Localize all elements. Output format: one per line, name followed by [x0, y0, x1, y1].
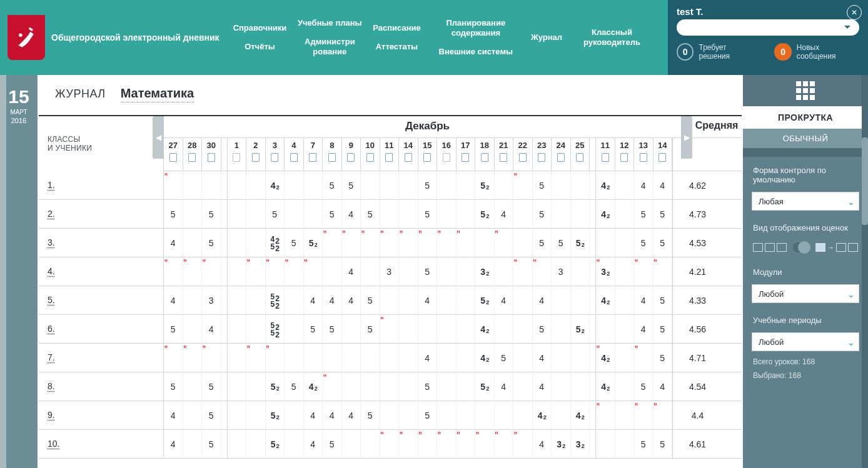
grade-cell[interactable] [571, 344, 590, 372]
grade-cell[interactable]: 52 [304, 229, 323, 257]
grade-cell[interactable]: 4 [634, 286, 654, 314]
grade-cell[interactable] [495, 257, 514, 286]
grade-cell[interactable]: 42 [533, 401, 552, 429]
grade-cell[interactable]: 4 [323, 286, 342, 314]
grade-cell[interactable]: 4 [342, 401, 361, 429]
student-name[interactable]: 5. [39, 286, 164, 314]
nav-certificates[interactable]: Аттестаты [376, 42, 418, 52]
grade-cell[interactable] [399, 171, 418, 199]
grade-cell[interactable]: 4 [495, 372, 514, 401]
grade-cell[interactable]: 4 [304, 430, 323, 458]
grade-cell[interactable]: н [399, 229, 418, 257]
grade-cell[interactable] [246, 200, 266, 228]
grade-cell[interactable] [513, 229, 533, 257]
grade-cell[interactable]: 5 [164, 315, 183, 343]
grade-cell[interactable] [246, 171, 266, 199]
grade-cell[interactable] [615, 315, 635, 343]
grade-cell[interactable]: н [437, 229, 457, 257]
grade-cell[interactable]: н [164, 171, 183, 199]
grade-cell[interactable] [457, 315, 476, 343]
grade-cell[interactable]: 5 [654, 286, 673, 314]
grade-cell[interactable] [228, 401, 247, 429]
grade-cell[interactable] [246, 401, 266, 429]
scroll-tab[interactable]: ПРОКРУТКА [743, 106, 868, 129]
grade-cell[interactable]: 5 [323, 430, 342, 458]
grade-cell[interactable]: 42 [596, 171, 615, 199]
nav-directories[interactable]: Справочники [233, 23, 287, 33]
grade-cell[interactable]: 4 [533, 372, 552, 401]
grade-cell[interactable] [437, 286, 457, 314]
grade-cell[interactable]: 5 [323, 200, 342, 228]
grade-cell[interactable] [285, 344, 304, 372]
day-column[interactable]: 14 [399, 138, 418, 171]
grade-cell[interactable]: 32 [475, 257, 495, 286]
grade-cell[interactable]: н [399, 430, 418, 458]
grade-cell[interactable] [228, 257, 247, 286]
grade-cell[interactable] [380, 372, 400, 401]
grade-cell[interactable]: 5 [654, 200, 673, 228]
grade-cell[interactable] [246, 229, 266, 257]
grade-cell[interactable] [183, 315, 203, 343]
student-name[interactable]: 7. [39, 344, 164, 372]
grade-cell[interactable] [228, 286, 247, 314]
panel-scroll-thumb[interactable] [862, 137, 868, 225]
grade-cell[interactable]: 32 [552, 430, 571, 458]
grade-cell[interactable]: 42 [596, 286, 615, 314]
grade-cell[interactable]: 4 [304, 286, 323, 314]
day-column[interactable]: 22 [513, 138, 533, 171]
grade-cell[interactable]: 4 [533, 430, 552, 458]
grade-cell[interactable]: н [495, 229, 514, 257]
grade-cell[interactable]: 5 [202, 430, 221, 458]
day-column[interactable]: 12 [615, 138, 635, 171]
badge-new-messages[interactable]: 0 Новых сообщения [774, 43, 859, 61]
page-scrollbar[interactable] [0, 75, 6, 468]
grade-cell[interactable]: 5 [418, 171, 438, 199]
grade-cell[interactable] [342, 344, 361, 372]
grade-cell[interactable] [457, 171, 476, 199]
grade-cell[interactable]: 4 [304, 401, 323, 429]
grade-cell[interactable]: н [495, 430, 514, 458]
grade-cell[interactable]: 52 [266, 401, 285, 429]
grade-cell[interactable]: 42 [475, 344, 495, 372]
day-column[interactable]: 17 [457, 138, 476, 171]
grade-cell[interactable] [342, 372, 361, 401]
grade-cell[interactable] [183, 372, 203, 401]
grade-cell[interactable] [475, 401, 495, 429]
grade-cell[interactable] [399, 401, 418, 429]
close-icon[interactable]: ✕ [847, 5, 862, 20]
grade-cell[interactable] [323, 257, 342, 286]
grade-cell[interactable]: 52 [266, 372, 285, 401]
grade-cell[interactable] [615, 286, 635, 314]
grade-cell[interactable] [399, 257, 418, 286]
day-column[interactable]: 9 [342, 138, 361, 171]
grade-cell[interactable] [552, 401, 571, 429]
grade-cell[interactable] [304, 171, 323, 199]
grade-cell[interactable] [513, 200, 533, 228]
grade-cell[interactable] [596, 430, 615, 458]
periods-select[interactable]: Любой⌄ [752, 332, 859, 351]
grade-cell[interactable]: 5 [654, 344, 673, 372]
grade-cell[interactable]: 42 [475, 315, 495, 343]
grade-cell[interactable] [615, 171, 635, 199]
day-column[interactable]: 10 [361, 138, 380, 171]
day-column[interactable]: 13 [634, 138, 654, 171]
grade-cell[interactable] [437, 200, 457, 228]
grade-cell[interactable]: 3 [380, 257, 400, 286]
day-column[interactable]: 24 [552, 138, 571, 171]
grade-cell[interactable]: 5 [323, 315, 342, 343]
grade-cell[interactable]: н [457, 430, 476, 458]
day-column[interactable]: 21 [495, 138, 514, 171]
grade-cell[interactable]: н [380, 315, 400, 343]
grade-cell[interactable]: 4 [342, 200, 361, 228]
grade-cell[interactable] [596, 315, 615, 343]
grade-cell[interactable] [285, 401, 304, 429]
grade-cell[interactable] [457, 200, 476, 228]
grade-cell[interactable] [246, 430, 266, 458]
nav-administration[interactable]: Администри рование [286, 37, 373, 57]
grade-cell[interactable]: 5 [202, 229, 221, 257]
grade-cell[interactable]: н [418, 430, 438, 458]
grade-cell[interactable]: 5 [533, 229, 552, 257]
user-select[interactable] [677, 19, 859, 36]
grade-cell[interactable]: н [246, 257, 266, 286]
grade-cell[interactable] [399, 344, 418, 372]
